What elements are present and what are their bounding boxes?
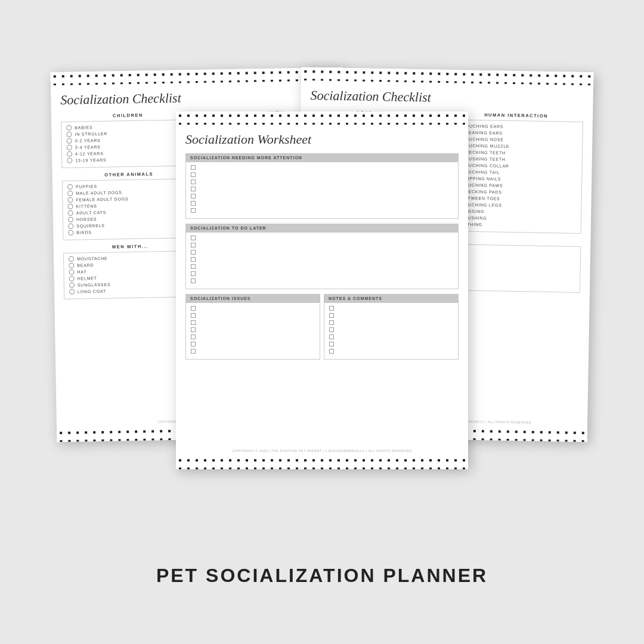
list-item: BETWEEN TOES	[453, 195, 577, 203]
ws-row	[329, 342, 453, 346]
ws-row	[329, 313, 453, 318]
ws-row	[191, 250, 453, 255]
ws-row	[191, 243, 453, 247]
list-item: BATHING	[453, 221, 576, 229]
list-item: TOUCHING MUZZLE	[454, 143, 577, 150]
list-item: TOUCHING EARS	[454, 123, 578, 131]
list-item: LONG COAT	[69, 287, 193, 295]
section-notes: NOTES & COMMENTS	[324, 294, 459, 360]
list-item: HELMET	[69, 274, 193, 281]
center-worksheet-paper: Socialization Worksheet SOCIALIZATION NE…	[176, 112, 468, 469]
ws-row	[191, 278, 453, 283]
ws-row	[191, 194, 453, 199]
ws-row	[191, 179, 453, 184]
ws-row	[191, 257, 453, 262]
ws-row	[191, 236, 453, 240]
section-later: SOCIALIZATION TO DO LATER	[185, 224, 459, 289]
ws-row	[191, 201, 453, 206]
ws-row	[191, 264, 453, 269]
list-item: TOUCHING NOSE	[454, 136, 577, 144]
section-issues-header: SOCIALIZATION ISSUES	[185, 294, 320, 303]
section-issues-body	[185, 303, 320, 360]
section-attention: SOCIALIZATION NEEDING MORE ATTENTION	[185, 153, 459, 219]
ws-row	[191, 320, 315, 325]
bottom-sections: SOCIALIZATION ISSUES NOTES & COMMENTS	[185, 294, 459, 364]
list-item: BIRDS	[68, 228, 191, 236]
section-notes-header: NOTES & COMMENTS	[324, 294, 459, 303]
ws-row	[191, 172, 453, 177]
ws-row	[329, 335, 453, 339]
list-item: MALE ADULT DOGS	[67, 188, 191, 196]
list-item: MOUSTACHE	[69, 254, 192, 262]
list-item: 3-4 YEARS	[67, 143, 190, 150]
list-item: TOUCHING TAIL	[453, 169, 577, 177]
center-copyright: COPYRIGHT © 2020 | THE POSITIVE PET PARE…	[176, 449, 468, 453]
ws-row	[191, 335, 315, 339]
ws-row	[191, 187, 453, 191]
list-item: 0-2 YEARS	[67, 136, 190, 144]
list-item: 13-19 YEARS	[67, 156, 190, 163]
list-item: BRUSHING	[453, 215, 576, 222]
list-item: HUGGING	[453, 208, 576, 216]
ws-row	[191, 342, 315, 346]
ws-row	[329, 349, 453, 354]
section-notes-body	[324, 303, 459, 360]
section-attention-body	[185, 162, 459, 219]
list-item: IN STROLLER	[66, 129, 190, 137]
list-item: CHECKING PADS	[453, 188, 577, 196]
ws-row	[191, 165, 453, 170]
section-later-header: SOCIALIZATION TO DO LATER	[185, 224, 459, 233]
list-item: BEARD	[69, 261, 192, 268]
list-item: KITTENS	[67, 202, 191, 209]
section-issues: SOCIALIZATION ISSUES	[185, 294, 320, 360]
section-later-body	[185, 233, 459, 289]
section-attention-header: SOCIALIZATION NEEDING MORE ATTENTION	[185, 153, 459, 162]
list-item: SUNGLASSES	[69, 280, 193, 288]
right-script-title: Socialization Checklist	[310, 88, 583, 108]
children-header: CHILDREN	[61, 112, 195, 119]
list-item: 4-12 YEARS	[67, 149, 190, 157]
list-item: TOUCHING COLLAR	[454, 162, 577, 170]
main-title: PET SOCIALIZATION PLANNER	[156, 565, 488, 587]
left-script-title: Socialization Checklist	[60, 88, 333, 108]
ws-row	[329, 327, 453, 332]
ws-row	[191, 306, 315, 311]
list-item: PUPPIES	[67, 182, 191, 190]
list-item: CLIPPING NAILS	[453, 175, 577, 183]
papers-scene: Socialization Checklist CHILDREN BABIES …	[54, 58, 590, 547]
ws-row	[329, 306, 453, 311]
list-item: HORSES	[68, 215, 191, 222]
list-item: HAT	[69, 267, 192, 275]
center-script-title: Socialization Worksheet	[185, 132, 459, 147]
ws-row	[329, 320, 453, 325]
list-item: SQUIRRELS	[68, 221, 191, 229]
list-item: FEMALE ADULT DOGS	[67, 195, 191, 203]
list-item: ADULT CATS	[68, 208, 191, 216]
list-item: CHECKING TEETH	[454, 149, 577, 157]
ws-row	[191, 208, 453, 213]
list-item: TOUCHING LEGS	[453, 202, 576, 209]
ws-row	[191, 327, 315, 332]
ws-row	[191, 271, 453, 276]
list-item: TOUCHING PAWS	[453, 182, 577, 190]
list-item: BABIES	[66, 123, 190, 131]
list-item: BRUSHING TEETH	[454, 156, 577, 163]
ws-row	[191, 349, 315, 354]
human-interaction-header: HUMAN INTERACTION	[449, 112, 583, 119]
list-item: CLEANING EARS	[454, 129, 578, 137]
ws-row	[191, 313, 315, 318]
